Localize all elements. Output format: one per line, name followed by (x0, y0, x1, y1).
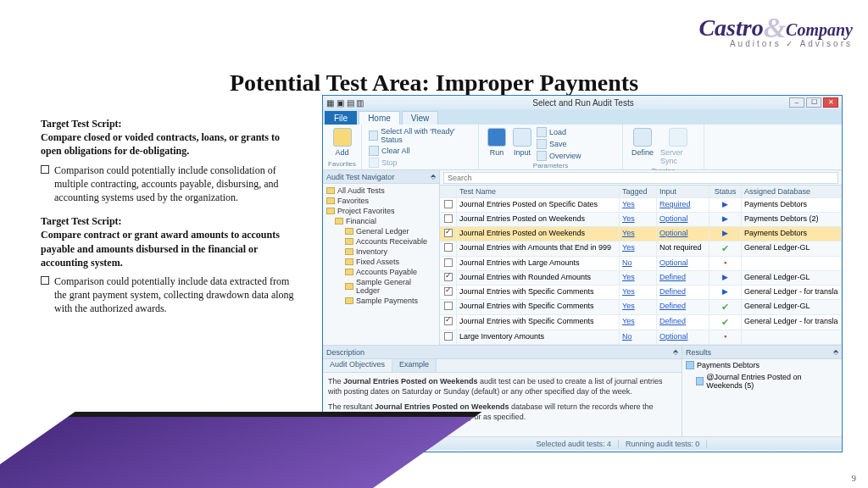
input-link[interactable]: Optional (659, 214, 688, 223)
tree-item[interactable]: Sample Payments (326, 296, 436, 306)
server-sync-button[interactable]: Server Sync (657, 126, 698, 167)
quick-access-icon[interactable]: ▦ ▣ ▤ ▥ (326, 98, 377, 108)
row-checkbox[interactable] (444, 258, 453, 267)
tab-audit-objectives[interactable]: Audit Objectives (323, 359, 392, 372)
tab-file[interactable]: File (325, 111, 357, 125)
tree-item[interactable]: Accounts Payable (326, 267, 436, 277)
pin-icon[interactable]: ⬘ (673, 348, 678, 356)
tagged-link[interactable]: Yes (622, 317, 635, 325)
row-checkbox[interactable] (444, 243, 453, 252)
clear-all-button[interactable]: Clear All (367, 146, 473, 156)
results-header: Results⬘ (682, 346, 842, 359)
table-row[interactable]: Journal Entries with Specific CommentsYe… (440, 315, 842, 330)
tagged-link[interactable]: No (622, 258, 632, 267)
select-all-button[interactable]: Select All with 'Ready' Status (367, 127, 473, 144)
tagged-link[interactable]: Yes (622, 243, 635, 252)
description-header: Description⬘ (323, 346, 682, 359)
row-checkbox[interactable] (444, 200, 453, 208)
stop-button[interactable]: Stop (367, 158, 473, 168)
slide-title: Potential Test Area: Improper Payments (0, 69, 868, 97)
define-button[interactable]: Define (628, 126, 657, 167)
row-checkbox[interactable] (444, 214, 453, 223)
save-button[interactable]: Save (535, 139, 583, 149)
tree-item[interactable]: Accounts Receivable (326, 236, 436, 247)
col-status[interactable]: Status (709, 186, 742, 197)
navigator-header: Audit Test Navigator⬘ (323, 170, 439, 184)
tagged-link[interactable]: No (622, 332, 632, 341)
minimize-button[interactable]: – (789, 97, 804, 108)
input-link[interactable]: Optional (659, 229, 688, 237)
input-button[interactable]: Input (509, 126, 535, 162)
pin-icon[interactable]: ⬘ (431, 173, 436, 180)
checkbox-bullet-icon (41, 276, 49, 285)
input-link[interactable]: Optional (659, 258, 688, 267)
row-checkbox[interactable] (444, 229, 453, 237)
table-row[interactable]: Journal Entries with Specific CommentsYe… (440, 300, 842, 315)
input-link[interactable]: Defined (659, 273, 686, 281)
folder-icon (345, 269, 353, 275)
input-link[interactable]: Defined (659, 302, 686, 310)
row-checkbox[interactable] (444, 332, 453, 341)
tree-item[interactable]: Project Favorites (326, 206, 436, 216)
tagged-link[interactable]: Yes (622, 287, 635, 296)
add-button[interactable]: Add (328, 126, 356, 158)
input-link[interactable]: Required (659, 200, 691, 208)
overview-button[interactable]: Overview (535, 151, 583, 161)
row-checkbox[interactable] (444, 302, 453, 310)
input-link[interactable]: Defined (659, 317, 686, 325)
row-checkbox[interactable] (444, 317, 453, 325)
table-row[interactable]: Journal Entries Posted on WeekendsYesOpt… (440, 213, 842, 227)
result-item[interactable]: @Journal Entries Posted on Weekends (5) (682, 371, 842, 391)
run-icon (487, 128, 506, 147)
clear-icon (369, 146, 379, 156)
close-button[interactable]: ✕ (823, 97, 838, 108)
input-icon (513, 128, 531, 147)
table-row[interactable]: Large Inventory AmountsNoOptional▪ (440, 330, 842, 345)
tagged-link[interactable]: Yes (622, 302, 635, 310)
load-icon (537, 127, 547, 137)
col-test-name[interactable]: Test Name (457, 186, 620, 197)
col-input[interactable]: Input (657, 186, 709, 197)
ribbon: Add Favorites Select All with 'Ready' St… (323, 125, 842, 170)
status-selected: Selected audit tests: 4 (530, 440, 620, 448)
table-row[interactable]: Journal Entries Posted on Specific Dates… (440, 198, 842, 213)
row-checkbox[interactable] (444, 273, 453, 281)
audit-app-window: ▦ ▣ ▤ ▥ Select and Run Audit Tests – ☐ ✕… (322, 95, 843, 452)
table-row[interactable]: Journal Entries with Amounts that End in… (440, 241, 842, 257)
col-tagged[interactable]: Tagged (620, 186, 657, 197)
tree-item[interactable]: Favorites (326, 196, 436, 206)
input-link[interactable]: Optional (659, 332, 688, 341)
tree-item[interactable]: Fixed Assets (326, 257, 436, 267)
run-button[interactable]: Run (484, 126, 509, 162)
maximize-button[interactable]: ☐ (806, 97, 821, 108)
input-link[interactable]: Defined (659, 287, 686, 296)
pin-icon[interactable]: ⬘ (833, 348, 838, 356)
window-titlebar[interactable]: ▦ ▣ ▤ ▥ Select and Run Audit Tests – ☐ ✕ (323, 96, 842, 109)
save-icon (537, 139, 547, 149)
company-logo: Castro&Company Auditors ✓ Advisors (698, 10, 853, 48)
table-row[interactable]: Journal Entries with Rounded AmountsYesD… (440, 271, 842, 286)
tests-table: Test Name Tagged Input Status Assigned D… (440, 186, 842, 345)
search-input[interactable] (443, 172, 838, 184)
table-row[interactable]: Journal Entries with Large AmountsNoOpti… (440, 257, 842, 271)
tree-item[interactable]: Sample General Ledger (326, 277, 436, 296)
tab-home[interactable]: Home (359, 111, 400, 125)
result-item[interactable]: Payments Debtors (682, 359, 842, 371)
tree-item[interactable]: Inventory (326, 247, 436, 257)
load-button[interactable]: Load (535, 127, 583, 137)
col-database[interactable]: Assigned Database (742, 186, 842, 197)
tree-item[interactable]: Financial (326, 216, 436, 226)
tagged-link[interactable]: Yes (622, 200, 635, 208)
tagged-link[interactable]: Yes (622, 214, 635, 223)
tab-example[interactable]: Example (392, 359, 437, 372)
tree-item[interactable]: General Ledger (326, 226, 436, 236)
tab-view[interactable]: View (402, 111, 439, 125)
folder-icon (326, 187, 335, 194)
table-row[interactable]: Journal Entries Posted on WeekendsYesOpt… (440, 227, 842, 241)
tagged-link[interactable]: Yes (622, 229, 635, 237)
table-row[interactable]: Journal Entries with Specific CommentsYe… (440, 286, 842, 300)
tagged-link[interactable]: Yes (622, 273, 635, 281)
row-checkbox[interactable] (444, 287, 453, 296)
folder-icon (345, 228, 353, 235)
tree-item[interactable]: All Audit Tests (326, 186, 436, 196)
